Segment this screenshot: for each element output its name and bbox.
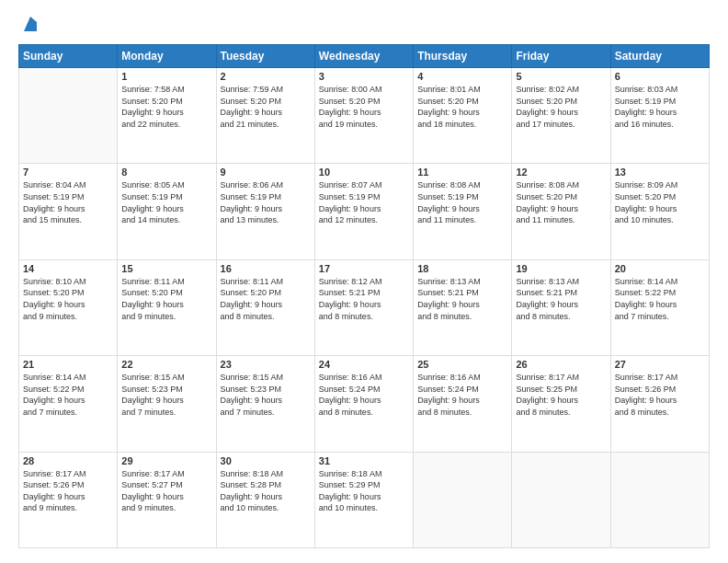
- day-info: Sunrise: 8:17 AMSunset: 5:25 PMDaylight:…: [516, 372, 606, 418]
- calendar-cell: 28Sunrise: 8:17 AMSunset: 5:26 PMDayligh…: [19, 452, 118, 547]
- calendar-cell: 12Sunrise: 8:08 AMSunset: 5:20 PMDayligh…: [512, 164, 610, 259]
- day-info: Sunrise: 8:04 AMSunset: 5:19 PMDaylight:…: [23, 179, 113, 225]
- day-number: 21: [23, 359, 113, 370]
- day-info: Sunrise: 8:09 AMSunset: 5:20 PMDaylight:…: [615, 179, 705, 225]
- day-number: 29: [121, 455, 211, 466]
- calendar-cell: [610, 452, 709, 547]
- day-info: Sunrise: 8:13 AMSunset: 5:21 PMDaylight:…: [417, 276, 507, 322]
- calendar-cell: 10Sunrise: 8:07 AMSunset: 5:19 PMDayligh…: [314, 164, 413, 259]
- calendar-cell: 31Sunrise: 8:18 AMSunset: 5:29 PMDayligh…: [314, 452, 413, 547]
- calendar-cell: 22Sunrise: 8:15 AMSunset: 5:23 PMDayligh…: [118, 356, 216, 452]
- weekday-header-wednesday: Wednesday: [314, 45, 413, 68]
- day-number: 24: [319, 359, 409, 370]
- day-number: 11: [417, 167, 507, 178]
- calendar-cell: 20Sunrise: 8:14 AMSunset: 5:22 PMDayligh…: [610, 259, 709, 355]
- calendar-cell: 11Sunrise: 8:08 AMSunset: 5:19 PMDayligh…: [414, 164, 512, 259]
- day-info: Sunrise: 8:00 AMSunset: 5:20 PMDaylight:…: [319, 84, 409, 130]
- day-info: Sunrise: 8:15 AMSunset: 5:23 PMDaylight:…: [221, 372, 311, 418]
- logo-icon: [20, 15, 40, 35]
- weekday-header-tuesday: Tuesday: [216, 45, 314, 68]
- day-info: Sunrise: 8:07 AMSunset: 5:19 PMDaylight:…: [319, 179, 409, 225]
- calendar-cell: [512, 452, 610, 547]
- day-number: 12: [516, 167, 606, 178]
- calendar-cell: 4Sunrise: 8:01 AMSunset: 5:20 PMDaylight…: [414, 68, 512, 164]
- weekday-header-saturday: Saturday: [610, 45, 709, 68]
- calendar-cell: 24Sunrise: 8:16 AMSunset: 5:24 PMDayligh…: [314, 356, 413, 452]
- day-number: 25: [417, 359, 507, 370]
- day-number: 19: [516, 263, 606, 274]
- day-info: Sunrise: 8:13 AMSunset: 5:21 PMDaylight:…: [516, 276, 606, 322]
- weekday-header-sunday: Sunday: [19, 45, 118, 68]
- day-info: Sunrise: 8:14 AMSunset: 5:22 PMDaylight:…: [615, 276, 705, 322]
- day-number: 27: [615, 359, 705, 370]
- day-info: Sunrise: 8:15 AMSunset: 5:23 PMDaylight:…: [121, 372, 211, 418]
- day-number: 17: [319, 263, 409, 274]
- calendar-cell: 16Sunrise: 8:11 AMSunset: 5:20 PMDayligh…: [216, 259, 314, 355]
- calendar-table: SundayMondayTuesdayWednesdayThursdayFrid…: [18, 44, 710, 548]
- calendar-cell: 30Sunrise: 8:18 AMSunset: 5:28 PMDayligh…: [216, 452, 314, 547]
- day-info: Sunrise: 8:16 AMSunset: 5:24 PMDaylight:…: [417, 372, 507, 418]
- calendar-cell: 21Sunrise: 8:14 AMSunset: 5:22 PMDayligh…: [19, 356, 118, 452]
- weekday-header-friday: Friday: [512, 45, 610, 68]
- day-info: Sunrise: 8:08 AMSunset: 5:20 PMDaylight:…: [516, 179, 606, 225]
- calendar-cell: 17Sunrise: 8:12 AMSunset: 5:21 PMDayligh…: [314, 259, 413, 355]
- calendar-cell: 25Sunrise: 8:16 AMSunset: 5:24 PMDayligh…: [414, 356, 512, 452]
- day-info: Sunrise: 8:01 AMSunset: 5:20 PMDaylight:…: [417, 84, 507, 130]
- calendar-cell: [19, 68, 118, 164]
- day-number: 22: [121, 359, 211, 370]
- day-number: 8: [121, 167, 211, 178]
- calendar-cell: 14Sunrise: 8:10 AMSunset: 5:20 PMDayligh…: [19, 259, 118, 355]
- calendar-cell: 26Sunrise: 8:17 AMSunset: 5:25 PMDayligh…: [512, 356, 610, 452]
- day-info: Sunrise: 8:08 AMSunset: 5:19 PMDaylight:…: [417, 179, 507, 225]
- calendar-week-row: 21Sunrise: 8:14 AMSunset: 5:22 PMDayligh…: [19, 356, 710, 452]
- weekday-header-thursday: Thursday: [414, 45, 512, 68]
- calendar-cell: 27Sunrise: 8:17 AMSunset: 5:26 PMDayligh…: [610, 356, 709, 452]
- day-number: 18: [417, 263, 507, 274]
- day-info: Sunrise: 8:03 AMSunset: 5:19 PMDaylight:…: [615, 84, 705, 130]
- calendar-week-row: 7Sunrise: 8:04 AMSunset: 5:19 PMDaylight…: [19, 164, 710, 259]
- calendar-cell: 6Sunrise: 8:03 AMSunset: 5:19 PMDaylight…: [610, 68, 709, 164]
- calendar-cell: 8Sunrise: 8:05 AMSunset: 5:19 PMDaylight…: [118, 164, 216, 259]
- calendar-cell: 29Sunrise: 8:17 AMSunset: 5:27 PMDayligh…: [118, 452, 216, 547]
- day-number: 26: [516, 359, 606, 370]
- day-info: Sunrise: 8:18 AMSunset: 5:28 PMDaylight:…: [221, 468, 311, 514]
- day-number: 20: [615, 263, 705, 274]
- day-number: 16: [221, 263, 311, 274]
- day-info: Sunrise: 8:16 AMSunset: 5:24 PMDaylight:…: [319, 372, 409, 418]
- day-number: 23: [221, 359, 311, 370]
- calendar-cell: 9Sunrise: 8:06 AMSunset: 5:19 PMDaylight…: [216, 164, 314, 259]
- calendar-cell: 15Sunrise: 8:11 AMSunset: 5:20 PMDayligh…: [118, 259, 216, 355]
- day-info: Sunrise: 8:10 AMSunset: 5:20 PMDaylight:…: [23, 276, 113, 322]
- page: SundayMondayTuesdayWednesdayThursdayFrid…: [0, 0, 728, 563]
- day-info: Sunrise: 8:17 AMSunset: 5:26 PMDaylight:…: [23, 468, 113, 514]
- calendar-cell: 19Sunrise: 8:13 AMSunset: 5:21 PMDayligh…: [512, 259, 610, 355]
- header: [18, 15, 710, 35]
- day-number: 3: [319, 71, 409, 82]
- calendar-week-row: 1Sunrise: 7:58 AMSunset: 5:20 PMDaylight…: [19, 68, 710, 164]
- weekday-header-monday: Monday: [118, 45, 216, 68]
- day-info: Sunrise: 8:18 AMSunset: 5:29 PMDaylight:…: [319, 468, 409, 514]
- calendar-cell: [414, 452, 512, 547]
- day-info: Sunrise: 8:02 AMSunset: 5:20 PMDaylight:…: [516, 84, 606, 130]
- day-info: Sunrise: 8:12 AMSunset: 5:21 PMDaylight:…: [319, 276, 409, 322]
- day-number: 10: [319, 167, 409, 178]
- calendar-cell: 5Sunrise: 8:02 AMSunset: 5:20 PMDaylight…: [512, 68, 610, 164]
- day-number: 6: [615, 71, 705, 82]
- calendar-cell: 7Sunrise: 8:04 AMSunset: 5:19 PMDaylight…: [19, 164, 118, 259]
- day-number: 14: [23, 263, 113, 274]
- day-info: Sunrise: 8:17 AMSunset: 5:26 PMDaylight:…: [615, 372, 705, 418]
- day-number: 30: [221, 455, 311, 466]
- day-number: 9: [221, 167, 311, 178]
- day-number: 1: [121, 71, 211, 82]
- day-number: 31: [319, 455, 409, 466]
- calendar-cell: 1Sunrise: 7:58 AMSunset: 5:20 PMDaylight…: [118, 68, 216, 164]
- calendar-week-row: 28Sunrise: 8:17 AMSunset: 5:26 PMDayligh…: [19, 452, 710, 547]
- calendar-cell: 13Sunrise: 8:09 AMSunset: 5:20 PMDayligh…: [610, 164, 709, 259]
- day-info: Sunrise: 8:17 AMSunset: 5:27 PMDaylight:…: [121, 468, 211, 514]
- day-number: 15: [121, 263, 211, 274]
- day-info: Sunrise: 8:11 AMSunset: 5:20 PMDaylight:…: [121, 276, 211, 322]
- day-number: 5: [516, 71, 606, 82]
- day-info: Sunrise: 7:59 AMSunset: 5:20 PMDaylight:…: [221, 84, 311, 130]
- day-info: Sunrise: 8:11 AMSunset: 5:20 PMDaylight:…: [221, 276, 311, 322]
- day-number: 7: [23, 167, 113, 178]
